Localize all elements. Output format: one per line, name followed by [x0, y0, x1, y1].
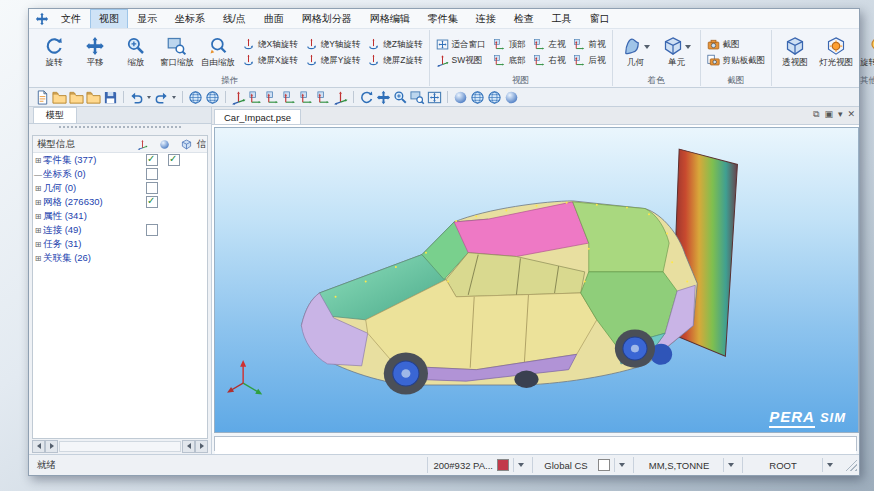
expander-icon[interactable]: ⊞: [33, 240, 43, 249]
rotate-light-button[interactable]: 旋转光源: [858, 35, 874, 70]
menu-mesher[interactable]: 网格划分器: [293, 9, 361, 29]
tab-menu-icon[interactable]: ▾: [838, 109, 843, 120]
tree-col-info-icon[interactable]: [175, 139, 197, 150]
sidebar-horizontal-scrollbar[interactable]: [32, 440, 208, 452]
undo-icon[interactable]: [129, 90, 144, 105]
tab-car-impact[interactable]: Car_Impact.pse: [214, 109, 301, 124]
tree-item-coordinate-system[interactable]: — 坐标系 (0): [33, 167, 207, 181]
rotate-z-axis-button[interactable]: 绕Z轴旋转: [365, 38, 424, 51]
root-selector[interactable]: ROOT: [742, 457, 841, 473]
new-file-icon[interactable]: [35, 90, 50, 105]
geometry-shade-button[interactable]: 几何: [617, 35, 655, 70]
material-selector[interactable]: 200#932 PA...: [427, 457, 532, 473]
cascade-icon[interactable]: ⧉: [813, 109, 819, 120]
cs-color-swatch[interactable]: [598, 459, 610, 471]
display-checkbox[interactable]: [146, 224, 158, 236]
zoom-tool-icon[interactable]: [393, 90, 408, 105]
material-color-swatch[interactable]: [497, 459, 509, 471]
view-bottom-icon[interactable]: [265, 90, 280, 105]
tree-item-label[interactable]: 任务 (31): [43, 238, 141, 251]
rotate-y-axis-button[interactable]: 绕Y轴旋转: [303, 38, 363, 51]
tree-item-label[interactable]: 坐标系 (0): [43, 168, 141, 181]
rotate-x-axis-button[interactable]: 绕X轴旋转: [240, 38, 300, 51]
tree-item-parts[interactable]: ⊞ 零件集 (377): [33, 153, 207, 167]
left-view-button[interactable]: 左视: [531, 38, 568, 51]
render-wireframe-icon[interactable]: [470, 90, 485, 105]
scroll-right-icon[interactable]: [45, 440, 58, 453]
tree-item-label[interactable]: 连接 (49): [43, 224, 141, 237]
panel-drag-handle[interactable]: [59, 126, 181, 133]
tree-col-parts-icon[interactable]: [131, 139, 153, 150]
menu-view[interactable]: 视图: [90, 9, 128, 29]
scroll-left-icon[interactable]: [182, 440, 195, 453]
geometry-shade-caret[interactable]: [644, 45, 650, 49]
expander-icon[interactable]: ⊞: [33, 184, 43, 193]
window-zoom-button[interactable]: 窗口缩放: [158, 35, 196, 70]
menu-file[interactable]: 文件: [52, 9, 90, 29]
display-checkbox[interactable]: [146, 182, 158, 194]
fit-window-button[interactable]: 适合窗口: [434, 38, 488, 51]
tree-item-label[interactable]: 属性 (341): [43, 210, 141, 223]
view-iso-icon[interactable]: [231, 90, 246, 105]
menu-display[interactable]: 显示: [128, 9, 166, 29]
tree-item-label[interactable]: 网格 (276630): [43, 196, 141, 209]
scroll-right-icon[interactable]: [195, 440, 208, 453]
save-icon[interactable]: [103, 90, 118, 105]
element-shade-caret[interactable]: [685, 45, 691, 49]
3d-viewport[interactable]: PERASIM: [214, 127, 859, 433]
tree-item-label[interactable]: 几何 (0): [43, 182, 141, 195]
tree-item-geometry[interactable]: ⊞ 几何 (0): [33, 181, 207, 195]
free-zoom-button[interactable]: 自由缩放: [199, 35, 237, 70]
window-zoom-tool-icon[interactable]: [410, 90, 425, 105]
tree-item-connections[interactable]: ⊞ 连接 (49): [33, 223, 207, 237]
view-front-icon[interactable]: [316, 90, 331, 105]
render-globe-icon[interactable]: [205, 90, 220, 105]
top-view-button[interactable]: 顶部: [491, 38, 528, 51]
undo-caret-icon[interactable]: [147, 96, 151, 99]
expander-icon[interactable]: ⊞: [33, 198, 43, 207]
tab-model[interactable]: 模型: [33, 107, 77, 123]
view-left-icon[interactable]: [282, 90, 297, 105]
menu-connect[interactable]: 连接: [467, 9, 505, 29]
view-top-icon[interactable]: [248, 90, 263, 105]
render-shaded-icon[interactable]: [453, 90, 468, 105]
units-dropdown-icon[interactable]: [723, 458, 737, 472]
scrollbar-track[interactable]: [59, 441, 181, 452]
restore-icon[interactable]: ▣: [824, 109, 833, 120]
perspective-view-button[interactable]: 透视图: [776, 35, 814, 70]
pan-button[interactable]: 平移: [76, 35, 114, 70]
redo-caret-icon[interactable]: [172, 96, 176, 99]
display-checkbox[interactable]: [146, 168, 158, 180]
view-back-icon[interactable]: [333, 90, 348, 105]
expander-icon[interactable]: ⊞: [33, 254, 43, 263]
display-globe-icon[interactable]: [188, 90, 203, 105]
open-file-icon[interactable]: [52, 90, 67, 105]
scroll-left-icon[interactable]: [32, 440, 45, 453]
expander-icon[interactable]: ⊞: [33, 156, 43, 165]
element-shade-button[interactable]: 单元: [658, 35, 696, 70]
car-impact-model[interactable]: [215, 128, 858, 432]
fit-tool-icon[interactable]: [427, 90, 442, 105]
menu-check[interactable]: 检查: [505, 9, 543, 29]
units-selector[interactable]: MM,S,TONNE: [633, 457, 742, 473]
rotate-screen-z-button[interactable]: 绕屏Z旋转: [365, 54, 424, 67]
material-dropdown-icon[interactable]: [513, 458, 527, 472]
tree-item-associations[interactable]: ⊞ 关联集 (26): [33, 251, 207, 265]
screenshot-button[interactable]: 截图: [705, 38, 768, 51]
menu-coordinate-system[interactable]: 坐标系: [166, 9, 214, 29]
menu-mesh-edit[interactable]: 网格编辑: [361, 9, 419, 29]
root-dropdown-icon[interactable]: [822, 458, 836, 472]
import-file-icon[interactable]: [69, 90, 84, 105]
tree-item-properties[interactable]: ⊞ 属性 (341): [33, 209, 207, 223]
render-transparent-icon[interactable]: [504, 90, 519, 105]
menu-window[interactable]: 窗口: [581, 9, 619, 29]
rotate-screen-y-button[interactable]: 绕屏Y旋转: [303, 54, 363, 67]
menu-part-set[interactable]: 零件集: [419, 9, 467, 29]
tree-item-tasks[interactable]: ⊞ 任务 (31): [33, 237, 207, 251]
tree-col-display-icon[interactable]: [153, 139, 175, 150]
menu-tools[interactable]: 工具: [543, 9, 581, 29]
far-wheel[interactable]: [514, 371, 538, 388]
pan-tool-icon[interactable]: [376, 90, 391, 105]
info-checkbox[interactable]: [168, 154, 180, 166]
bottom-view-button[interactable]: 底部: [491, 54, 528, 67]
